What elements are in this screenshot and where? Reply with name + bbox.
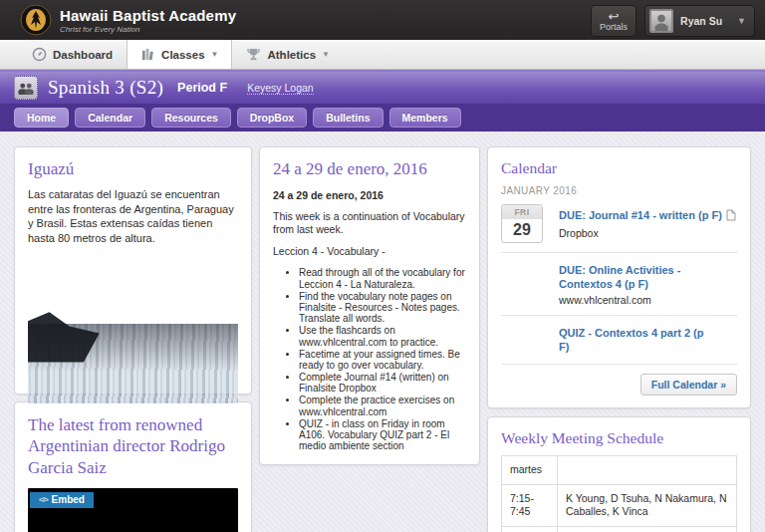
event-location: Dropbox (559, 227, 737, 239)
class-title: Spanish 3 (S2) (48, 77, 163, 99)
task-item: Read through all of the vocabulary for L… (299, 267, 466, 289)
reply-arrow-icon: ↩ (609, 11, 620, 22)
code-icon: </> (39, 495, 48, 504)
date-box: FRI 29 (501, 204, 543, 243)
chevron-down-icon: ▼ (737, 16, 746, 26)
school-motto: Christ for Every Nation (60, 25, 236, 34)
column-right: Calendar JANUARY 2016 FRI 29 DUE: Journa… (487, 146, 751, 532)
calendar-date-column (501, 262, 545, 306)
calendar-card: Calendar JANUARY 2016 FRI 29 DUE: Journa… (487, 146, 751, 408)
books-icon (140, 47, 155, 62)
embed-button[interactable]: </> Embed (30, 492, 94, 508)
week-card-title: 24 a 29 de enero, 2016 (273, 159, 466, 179)
nav-item-dashboard[interactable]: Dashboard (18, 40, 127, 69)
iguazu-falls-photo (28, 256, 238, 403)
iguazu-card-title: Iguazú (28, 159, 238, 179)
nav-item-classes[interactable]: Classes ▼ (127, 40, 232, 69)
nav-item-athletics[interactable]: Athletics ▼ (232, 40, 344, 69)
chevron-down-icon: ▼ (322, 50, 330, 59)
header-right: ↩ Portals Ryan Su ▼ (591, 5, 755, 37)
date-weekday: FRI (502, 205, 542, 219)
event-link[interactable]: DUE: Journal #14 - written (p F) (559, 209, 722, 221)
school-crest-icon (20, 4, 52, 36)
task-item: Facetime at your assigned times. Be read… (299, 349, 466, 371)
school-logo-link[interactable]: Hawaii Baptist Academy Christ for Every … (20, 4, 236, 36)
time-cell: 7:15-7:45 (502, 484, 558, 526)
task-item: Use the flashcards on www.vhlcentral.com… (299, 325, 466, 347)
trophy-icon (246, 47, 261, 62)
column-middle: 24 a 29 de enero, 2016 24 a 29 de enero,… (259, 146, 480, 532)
week-card: 24 a 29 de enero, 2016 24 a 29 de enero,… (259, 146, 480, 465)
weekly-schedule-card: Weekly Meeting Schedule martes 7:15-7:45… (487, 416, 751, 532)
content-area: Iguazú Las cataratas del Iguazú se encue… (0, 132, 765, 532)
app-header: Hawaii Baptist Academy Christ for Every … (0, 0, 765, 40)
divider (501, 315, 737, 316)
event-link[interactable]: DUE: Online Activities - Contextos 4 (p … (559, 263, 718, 291)
tab-dropbox[interactable]: DropBox (237, 108, 307, 128)
iguazu-card: Iguazú Las cataratas del Iguazú se encue… (14, 146, 252, 395)
tab-members[interactable]: Members (389, 108, 461, 128)
table-row: 7:15-7:45 K Young, D Tsuha, N Nakamura, … (502, 484, 737, 526)
divider (501, 252, 737, 253)
event-text: QUIZ - Contextos 4 part 2 (p F) (559, 325, 737, 355)
names-cell: P DellDonne, S Nucum (558, 527, 737, 532)
school-name: Hawaii Baptist Academy (60, 7, 236, 24)
vocabulary-task-list: Read through all of the vocabulary for L… (299, 267, 466, 451)
class-period: Period F (177, 81, 227, 95)
embedded-video[interactable]: </> Embed (28, 488, 238, 532)
date-number: 29 (502, 219, 542, 242)
week-intro: This week is a continuation of Vocabular… (273, 210, 466, 236)
calendar-date-column (501, 325, 545, 355)
page: Hawaii Baptist Academy Christ for Every … (0, 0, 765, 532)
calendar-date-column: FRI 29 (501, 204, 545, 243)
calendar-footer: Full Calendar » (501, 374, 737, 396)
chevron-down-icon: ▼ (211, 50, 219, 59)
task-item: QUIZ - in class on Friday in room A106. … (299, 418, 466, 452)
calendar-month-label: JANUARY 2016 (501, 185, 737, 196)
tab-calendar[interactable]: Calendar (75, 108, 145, 128)
tab-home[interactable]: Home (14, 108, 69, 128)
user-menu[interactable]: Ryan Su ▼ (644, 5, 755, 37)
week-lesson-label: Leccion 4 - Vocabulary - (273, 245, 466, 258)
group-icon (17, 82, 35, 95)
column-left: Iguazú Las cataratas del Iguazú se encue… (14, 146, 252, 532)
video-card: The latest from renowned Argentinian dir… (14, 401, 252, 532)
school-text: Hawaii Baptist Academy Christ for Every … (60, 7, 236, 34)
embed-label: Embed (52, 494, 85, 505)
divider (501, 364, 737, 365)
document-icon (726, 207, 736, 225)
full-calendar-button[interactable]: Full Calendar » (640, 374, 737, 396)
event-link[interactable]: QUIZ - Contextos 4 part 2 (p F) (559, 326, 708, 354)
event-text: DUE: Journal #14 - written (p F) Dropbox (559, 204, 737, 243)
nav-label: Classes (161, 49, 204, 61)
table-row: martes (502, 456, 737, 485)
week-subtitle: 24 a 29 de enero, 2016 (273, 189, 466, 201)
iguazu-card-body: Las cataratas del Iguazú se encuentran e… (28, 187, 238, 245)
gauge-icon (32, 47, 47, 62)
names-cell (558, 456, 737, 485)
class-members-icon (14, 76, 38, 100)
calendar-event: FRI 29 DUE: Journal #14 - written (p F) … (501, 204, 737, 243)
main-nav: Dashboard Classes ▼ Athletics ▼ (0, 40, 765, 70)
task-item: Complete Journal #14 (written) on Finals… (299, 372, 466, 394)
event-text: DUE: Online Activities - Contextos 4 (p … (559, 262, 737, 306)
class-tabbar: Home Calendar Resources DropBox Bulletin… (0, 104, 765, 132)
task-item: Find the vocabulary note pages on Finals… (299, 291, 466, 325)
user-name: Ryan Su (680, 15, 722, 27)
time-cell: 7:50-8:20 (502, 527, 558, 532)
calendar-event: QUIZ - Contextos 4 part 2 (p F) (501, 325, 737, 355)
user-avatar (649, 9, 673, 33)
schedule-card-title: Weekly Meeting Schedule (501, 429, 737, 447)
schedule-table-tuesday: martes 7:15-7:45 K Young, D Tsuha, N Nak… (501, 455, 737, 532)
portals-button[interactable]: ↩ Portals (591, 5, 637, 37)
day-cell: martes (502, 456, 558, 485)
teacher-link[interactable]: Keyesy Logan (247, 82, 314, 95)
task-item: Complete the practice exercises on www.v… (299, 395, 466, 416)
tab-resources[interactable]: Resources (151, 108, 231, 128)
nav-label: Athletics (267, 49, 316, 61)
tab-bulletins[interactable]: Bulletins (313, 108, 382, 128)
calendar-card-title: Calendar (501, 159, 737, 177)
calendar-event: DUE: Online Activities - Contextos 4 (p … (501, 262, 737, 306)
event-location: www.vhlcentral.com (559, 294, 737, 306)
video-letterbox: </> Embed (28, 488, 238, 532)
